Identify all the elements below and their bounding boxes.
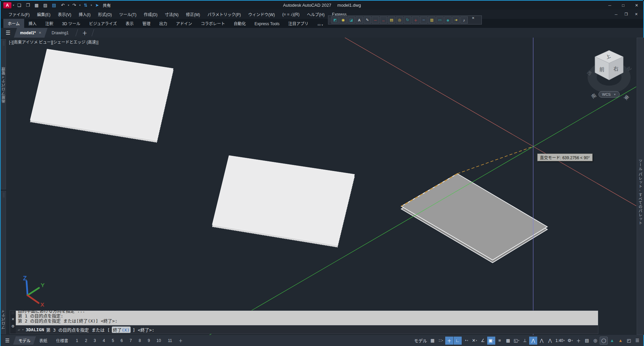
menu-file[interactable]: ファイル(F): [5, 11, 33, 17]
layout-tab-10[interactable]: 10: [152, 337, 166, 344]
ribbon-tab-home[interactable]: ホーム: [3, 19, 24, 28]
palette-grip-handle[interactable]: [3, 41, 4, 45]
express-tool-icon-3[interactable]: ◪: [348, 16, 355, 24]
new-file-button[interactable]: ❏: [15, 2, 23, 9]
express-tool-icon-12[interactable]: ╌: [420, 16, 427, 24]
mobile-sync-button[interactable]: ⇅: [82, 2, 89, 9]
menu-help[interactable]: ヘルプ(H): [303, 11, 328, 17]
menu-modify[interactable]: 修正(M): [182, 11, 204, 17]
menu-dimension[interactable]: 寸法(N): [161, 11, 182, 17]
express-tool-icon-1[interactable]: ◩: [331, 16, 339, 24]
drawing-canvas[interactable]: 南 東 西 北 上 前 右 WCS ▼ Z Y X: [6, 38, 636, 335]
file-tabs-menu-button[interactable]: ☰: [1, 28, 15, 38]
viewcube[interactable]: 南 東 西 北 上 前 右 WCS ▼: [586, 50, 632, 101]
ribbon-tab-express-tools[interactable]: Express Tools: [250, 20, 284, 28]
ribbon-tab-3dtools[interactable]: 3D ツール: [58, 19, 85, 28]
snap-caret-icon[interactable]: ▾: [442, 339, 443, 342]
express-tool-icon-9[interactable]: ◎: [396, 16, 403, 24]
cycling-caret-icon[interactable]: ▾: [518, 339, 519, 342]
command-close-icon[interactable]: ✕: [11, 317, 14, 321]
workspace-caret-icon[interactable]: ▾: [572, 339, 573, 342]
command-history[interactable]: 目的平面における方向を指定 ... 第 1 の目的点を指定: 第 2 の目的点を…: [16, 311, 598, 325]
toolbar-grip-handle[interactable]: [329, 17, 331, 23]
ortho-mode-button[interactable]: ∟: [454, 337, 462, 345]
command-line-window[interactable]: ✕ ⚙ 目的平面における方向を指定 ... 第 1 の目的点を指定: 第 2 の…: [10, 310, 598, 334]
maximize-button[interactable]: □: [616, 1, 630, 9]
ribbon-tab-output[interactable]: 出力: [155, 19, 172, 28]
grid-display-button[interactable]: ▦: [428, 337, 436, 345]
express-tool-icon-16[interactable]: ➔: [452, 16, 460, 24]
undo-button[interactable]: ↶: [59, 2, 66, 9]
white-slab-1[interactable]: [30, 49, 173, 140]
minimize-button[interactable]: ─: [603, 1, 616, 9]
command-input-row[interactable]: ▱ ▾ 3DALIGN 第 3 の目的点を指定 または [ 終了(X) ] <終…: [16, 325, 598, 334]
layout-tab-cover[interactable]: 表紙: [34, 336, 53, 345]
units-button[interactable]: ▤: [583, 337, 591, 345]
command-option-exit[interactable]: 終了(X): [112, 327, 131, 333]
express-tool-icon-6[interactable]: ─: [372, 16, 379, 24]
dynamic-ucs-button[interactable]: ⊥: [521, 337, 529, 345]
viewport-controls-label[interactable]: [-][南東アイソメ ビュー][シェードとエッジ (高速)]: [9, 39, 98, 45]
new-layout-button[interactable]: ＋: [174, 336, 187, 345]
doc-restore-button[interactable]: ❐: [621, 11, 631, 18]
ribbon-tab-featured-apps[interactable]: 注目アプリ: [284, 19, 313, 28]
express-tool-icon-15[interactable]: ☻: [444, 16, 452, 24]
annotation-add-scales-button[interactable]: ⋀: [546, 337, 554, 345]
express-tool-icon-8[interactable]: ▤: [388, 16, 395, 24]
tool-palettes-tab[interactable]: ツール パレット - すべてのパレット: [637, 38, 644, 335]
command-grip-handle[interactable]: [12, 311, 14, 315]
print-button[interactable]: ▤: [50, 2, 58, 9]
redo-button[interactable]: ↷: [71, 2, 78, 9]
express-tool-icon-5[interactable]: ✎: [364, 16, 371, 24]
menu-window[interactable]: ウィンドウ(W): [244, 11, 278, 17]
properties-palette-tab[interactable]: プロパティ: [1, 191, 6, 334]
layout-tab-spec[interactable]: 仕様書: [51, 336, 74, 345]
object-snap-tracking-button[interactable]: ∠: [479, 337, 487, 345]
lineweight-button[interactable]: ≡: [496, 337, 504, 345]
ribbon-tab-insert[interactable]: 挿入: [24, 19, 41, 28]
iso-caret-icon[interactable]: ▾: [476, 339, 477, 342]
qat-caret-icon[interactable]: ▾: [91, 4, 92, 7]
transparency-button[interactable]: ▩: [504, 337, 512, 345]
menu-tools[interactable]: ツール(T): [116, 11, 140, 17]
menu-r[interactable]: (= = ♪)(R): [279, 12, 303, 17]
object-snap-button[interactable]: ▣▾: [487, 337, 495, 345]
isolate-objects-button[interactable]: ◎: [591, 337, 599, 345]
selection-cycling-button[interactable]: ◱▾: [512, 337, 520, 345]
annotation-scale-button[interactable]: 1:40▾: [554, 337, 566, 345]
save-as-button[interactable]: ▨: [42, 2, 49, 9]
workspace-switching-button[interactable]: ⚙▾: [566, 337, 574, 345]
file-tab-drawing1[interactable]: Drawing1: [45, 28, 75, 38]
autocad-logo-button[interactable]: A: [3, 2, 11, 8]
new-drawing-tab-button[interactable]: ＋: [79, 28, 91, 38]
ribbon-tab-view[interactable]: 表示: [121, 19, 138, 28]
express-tool-icon-4[interactable]: A: [356, 16, 363, 24]
ribbon-tab-visualize[interactable]: ビジュアライズ: [85, 19, 121, 28]
menu-insert[interactable]: 挿入(I): [75, 11, 94, 17]
share-button[interactable]: ➤: [93, 2, 101, 9]
express-tool-icon-13[interactable]: ▥: [428, 16, 435, 24]
menu-format[interactable]: 形式(O): [94, 11, 116, 17]
dynamic-input-button[interactable]: ＋: [445, 337, 453, 345]
isometric-drafting-button[interactable]: ✕▾: [470, 337, 478, 345]
menu-parametric[interactable]: パラメトリック(P): [204, 11, 245, 17]
express-tool-icon-10[interactable]: ↻: [404, 16, 411, 24]
layout-tab-model[interactable]: モデル: [13, 336, 36, 345]
annotation-visibility-button[interactable]: ⋀: [529, 337, 537, 345]
file-tab-model1[interactable]: model1* ✕: [14, 28, 48, 38]
open-file-button[interactable]: ❐: [24, 2, 32, 9]
express-tool-icon-17[interactable]: ♪: [460, 16, 468, 24]
clean-screen-button[interactable]: ◯: [600, 337, 608, 345]
doc-close-button[interactable]: ✕: [631, 11, 641, 18]
express-tool-icon-2[interactable]: ◉: [339, 16, 347, 24]
command-customize-icon[interactable]: ⚙: [11, 324, 15, 329]
ribbon-tab-manage[interactable]: 管理: [138, 19, 155, 28]
model-paper-toggle[interactable]: モデル: [413, 337, 428, 345]
snap-mode-button[interactable]: ∷▾: [437, 337, 445, 345]
ribbon-tab-addins[interactable]: アドイン: [172, 19, 196, 28]
selected-slab[interactable]: [401, 174, 547, 260]
save-button[interactable]: ▩: [33, 2, 40, 9]
ribbon-display-toggle[interactable]: ▭ ▾: [316, 21, 324, 28]
annotation-autoscale-button[interactable]: ⋀: [538, 337, 546, 345]
layout-menu-button[interactable]: ☰: [1, 338, 14, 344]
